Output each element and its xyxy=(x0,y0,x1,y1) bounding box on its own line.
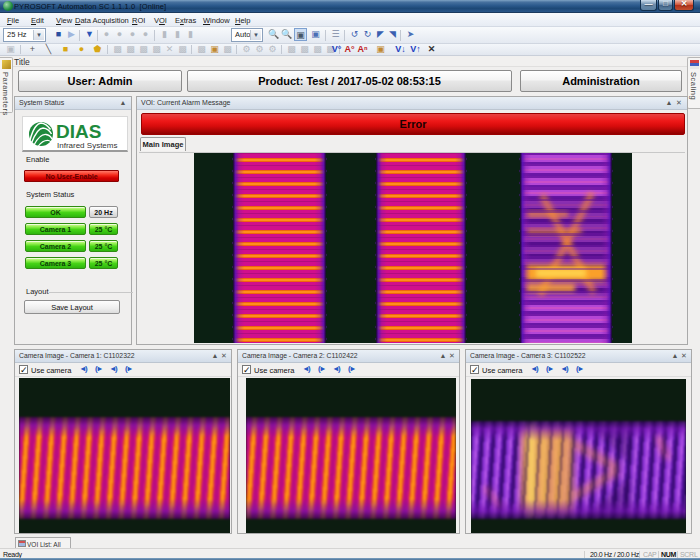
svg-text:Infrared Systems: Infrared Systems xyxy=(57,141,117,150)
svg-text:DIAS: DIAS xyxy=(56,121,101,142)
